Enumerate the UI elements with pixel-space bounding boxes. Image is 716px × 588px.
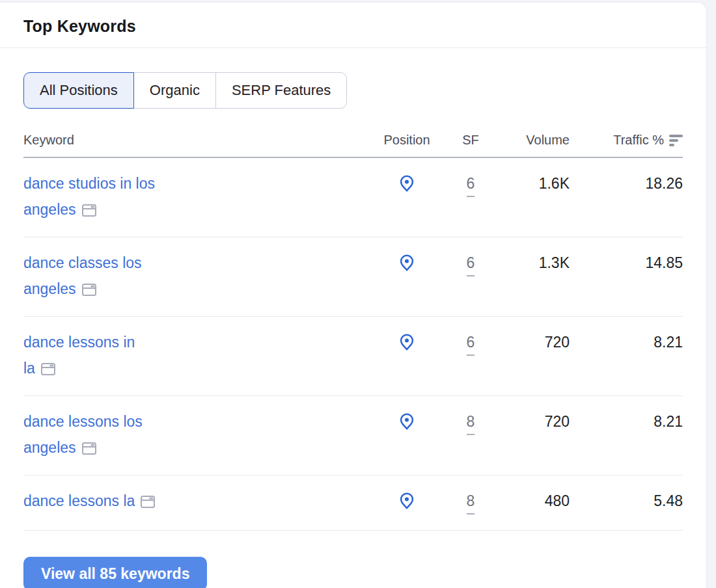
position-cell bbox=[365, 408, 449, 438]
top-keywords-card: Top Keywords All Positions Organic SERP … bbox=[0, 2, 707, 588]
table-row: dance lessons in la 6 bbox=[23, 317, 683, 396]
keywords-table-body: dance studios in los angeles bbox=[23, 158, 683, 531]
page-title: Top Keywords bbox=[23, 17, 683, 36]
map-pin-icon[interactable] bbox=[398, 174, 416, 200]
sf-cell: 8 bbox=[449, 408, 492, 435]
table-row: dance lessons los angeles 8 bbox=[23, 396, 683, 475]
sf-value[interactable]: 8 bbox=[467, 490, 475, 514]
map-pin-icon[interactable] bbox=[398, 412, 416, 438]
view-all-keywords-button[interactable]: View all 85 keywords bbox=[23, 557, 207, 588]
card-header: Top Keywords bbox=[0, 3, 706, 48]
column-header-position[interactable]: Position bbox=[365, 132, 449, 148]
keyword-link[interactable]: dance lessons la bbox=[23, 492, 135, 509]
position-cell bbox=[365, 488, 449, 518]
keyword-cell: dance classes los angeles bbox=[23, 250, 365, 304]
keyword-cell: dance lessons los angeles bbox=[23, 408, 365, 462]
volume-value: 1.6K bbox=[492, 170, 570, 196]
tab-all-positions[interactable]: All Positions bbox=[23, 72, 134, 109]
table-row: dance lessons la 8 bbox=[23, 475, 683, 531]
position-cell bbox=[365, 329, 449, 359]
map-pin-icon[interactable] bbox=[398, 333, 416, 359]
volume-value: 720 bbox=[492, 408, 570, 434]
tab-serp-features[interactable]: SERP Features bbox=[215, 72, 347, 109]
serp-snapshot-icon[interactable] bbox=[82, 198, 96, 224]
sf-cell: 6 bbox=[449, 250, 492, 276]
sf-value[interactable]: 6 bbox=[467, 331, 475, 356]
volume-value: 480 bbox=[492, 488, 570, 514]
traffic-value: 14.85 bbox=[570, 250, 683, 276]
serp-snapshot-icon[interactable] bbox=[141, 490, 155, 516]
volume-value: 720 bbox=[492, 329, 570, 355]
serp-snapshot-icon[interactable] bbox=[41, 357, 55, 383]
column-header-keyword[interactable]: Keyword bbox=[23, 132, 365, 148]
table-row: dance studios in los angeles bbox=[23, 158, 683, 237]
keyword-cell: dance lessons in la bbox=[23, 329, 365, 383]
traffic-value: 8.21 bbox=[570, 408, 683, 434]
sf-cell: 6 bbox=[449, 170, 492, 197]
table-header-row: Keyword Position SF Volume Traffic % bbox=[23, 132, 683, 158]
sf-cell: 6 bbox=[449, 329, 492, 356]
keyword-link[interactable]: dance lessons in la bbox=[23, 334, 135, 377]
sf-value[interactable]: 6 bbox=[467, 252, 475, 276]
column-header-volume[interactable]: Volume bbox=[492, 132, 570, 148]
traffic-value: 18.26 bbox=[570, 170, 683, 196]
serp-snapshot-icon[interactable] bbox=[82, 436, 96, 462]
column-header-traffic-label: Traffic % bbox=[613, 132, 664, 148]
column-header-sf[interactable]: SF bbox=[449, 132, 492, 148]
position-cell bbox=[365, 170, 449, 200]
keyword-cell: dance lessons la bbox=[23, 488, 365, 516]
table-row: dance classes los angeles 6 bbox=[23, 237, 683, 317]
traffic-value: 8.21 bbox=[570, 329, 683, 355]
column-header-traffic[interactable]: Traffic % bbox=[570, 132, 683, 148]
volume-value: 1.3K bbox=[492, 250, 570, 276]
position-filter-tabs: All Positions Organic SERP Features bbox=[23, 72, 347, 109]
sf-cell: 8 bbox=[449, 488, 492, 514]
tab-organic[interactable]: Organic bbox=[133, 72, 216, 109]
card-footer: View all 85 keywords bbox=[0, 531, 706, 588]
sf-value[interactable]: 8 bbox=[467, 410, 475, 435]
map-pin-icon[interactable] bbox=[398, 492, 416, 518]
sort-descending-icon[interactable] bbox=[669, 133, 683, 146]
sf-value[interactable]: 6 bbox=[467, 172, 475, 197]
serp-snapshot-icon[interactable] bbox=[82, 278, 96, 304]
traffic-value: 5.48 bbox=[570, 488, 683, 514]
map-pin-icon[interactable] bbox=[398, 254, 416, 280]
position-cell bbox=[365, 250, 449, 280]
keyword-cell: dance studios in los angeles bbox=[23, 170, 365, 224]
